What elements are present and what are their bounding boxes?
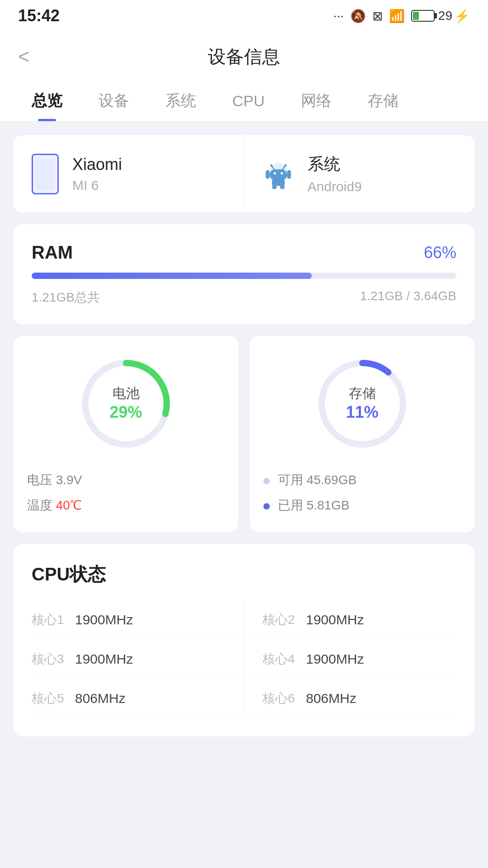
table-row: 核心3 1900MHz (32, 640, 244, 679)
ram-progress-fill (32, 273, 312, 279)
battery-box (411, 10, 435, 22)
cpu-title: CPU状态 (32, 562, 456, 587)
svg-rect-1 (269, 169, 287, 180)
battery-container: 29 ⚡ (411, 9, 470, 24)
phone-icon (32, 154, 59, 194)
status-bar: 15:42 ··· 🔕 ⊠ 📶 29 ⚡ (0, 0, 488, 32)
storage-donut: 存储 11% (313, 354, 412, 453)
svg-point-7 (284, 164, 286, 166)
android-icon (263, 158, 294, 190)
storage-details: 可用 45.69GB 已用 5.81GB (263, 472, 461, 514)
storage-center: 存储 11% (346, 384, 378, 423)
ram-total: 1.21GB总共 (32, 289, 100, 306)
core2-val: 1900MHz (306, 612, 364, 627)
signal-icon: ··· (333, 9, 344, 23)
battery-card: 电池 29% 电压 3.9V 温度 40℃ (14, 336, 238, 532)
battery-storage-row: 电池 29% 电压 3.9V 温度 40℃ (14, 336, 474, 532)
tab-bar: 总览 设备 系统 CPU 网络 存储 (0, 81, 488, 122)
status-icons: ··· 🔕 ⊠ 📶 29 ⚡ (333, 9, 470, 24)
os-details: 系统 Android9 (308, 153, 362, 194)
table-row: 核心4 1900MHz (244, 640, 456, 679)
cpu-card: CPU状态 核心1 1900MHz 核心2 1900MHz 核心3 1900MH… (14, 544, 474, 736)
battery-temp: 温度 40℃ (27, 497, 225, 514)
tab-network[interactable]: 网络 (283, 81, 350, 121)
available-dot (263, 478, 270, 484)
phone-model: MI 6 (72, 178, 122, 193)
core4-label: 核心4 (263, 651, 299, 668)
os-info: 系统 Android9 (244, 135, 475, 212)
svg-rect-12 (280, 185, 285, 189)
svg-rect-11 (272, 185, 277, 189)
status-time: 15:42 (18, 6, 60, 25)
core1-val: 1900MHz (75, 612, 133, 627)
core5-label: 核心5 (32, 690, 68, 707)
charging-icon: ⚡ (454, 9, 470, 24)
core5-val: 806MHz (75, 691, 126, 706)
ram-header: RAM 66% (32, 242, 456, 263)
tab-storage[interactable]: 存储 (350, 81, 417, 121)
os-label: 系统 (308, 153, 362, 175)
phone-name: Xiaomi (72, 155, 122, 174)
battery-level: 29 (438, 9, 452, 23)
core1-label: 核心1 (32, 611, 68, 628)
main-content: Xiaomi MI 6 (0, 122, 488, 750)
ram-label: RAM (32, 242, 73, 263)
back-button[interactable]: < (18, 45, 30, 68)
tab-cpu[interactable]: CPU (214, 83, 283, 120)
svg-point-6 (270, 164, 272, 166)
svg-rect-10 (287, 170, 291, 179)
header: < 设备信息 (0, 32, 488, 81)
battery-fill (413, 12, 419, 20)
page-title: 设备信息 (208, 44, 280, 69)
storage-pct: 11% (346, 402, 378, 423)
mute-icon: 🔕 (350, 9, 366, 24)
ram-usage: 1.21GB / 3.64GB (360, 289, 456, 306)
core4-val: 1900MHz (306, 651, 364, 667)
table-row: 核心1 1900MHz (32, 600, 244, 640)
tab-system[interactable]: 系统 (147, 81, 214, 121)
phone-info: Xiaomi MI 6 (14, 135, 244, 212)
battery-center: 电池 29% (109, 384, 142, 423)
storage-card: 存储 11% 可用 45.69GB 已用 5.81GB (250, 336, 474, 532)
battery-details: 电压 3.9V 温度 40℃ (27, 472, 225, 514)
svg-point-3 (281, 172, 283, 174)
table-row: 核心6 806MHz (244, 679, 456, 718)
device-card: Xiaomi MI 6 (14, 135, 474, 212)
svg-point-2 (273, 172, 276, 174)
battery-title: 电池 (109, 384, 142, 402)
storage-available: 可用 45.69GB (263, 472, 461, 489)
ram-card: RAM 66% 1.21GB总共 1.21GB / 3.64GB (14, 224, 474, 324)
tab-device[interactable]: 设备 (80, 81, 147, 121)
wifi-icon: 📶 (389, 9, 405, 24)
core2-label: 核心2 (263, 611, 299, 628)
table-row: 核心5 806MHz (32, 679, 244, 718)
core6-label: 核心6 (263, 690, 299, 707)
svg-rect-9 (266, 170, 270, 179)
storage-used: 已用 5.81GB (263, 497, 461, 514)
battery-voltage: 电压 3.9V (27, 472, 225, 489)
battery-pct: 29% (109, 402, 142, 423)
battery-donut: 电池 29% (76, 354, 176, 453)
core3-val: 1900MHz (75, 651, 133, 667)
close-icon: ⊠ (372, 9, 383, 24)
used-dot (263, 503, 270, 509)
table-row: 核心2 1900MHz (244, 600, 456, 640)
ram-footer: 1.21GB总共 1.21GB / 3.64GB (32, 289, 456, 306)
svg-rect-8 (272, 179, 285, 186)
cpu-grid: 核心1 1900MHz 核心2 1900MHz 核心3 1900MHz 核心4 … (32, 600, 456, 718)
ram-percent: 66% (424, 243, 456, 262)
phone-details: Xiaomi MI 6 (72, 155, 122, 193)
tab-overview[interactable]: 总览 (14, 81, 80, 121)
core3-label: 核心3 (32, 651, 68, 668)
core6-val: 806MHz (306, 691, 357, 706)
os-name: Android9 (308, 179, 362, 194)
storage-title: 存储 (346, 384, 378, 402)
ram-progress-bar (32, 273, 456, 279)
